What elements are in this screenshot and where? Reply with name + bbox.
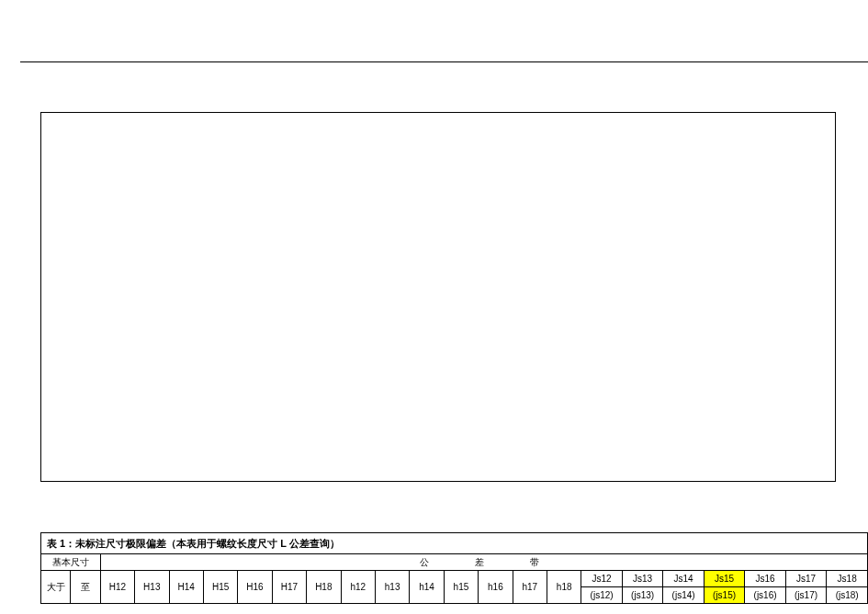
col-h12: h12 <box>341 571 375 604</box>
col-H13: H13 <box>135 571 169 604</box>
col-Js13-top: Js13 <box>622 571 662 587</box>
col-h18: h18 <box>547 571 581 604</box>
col-js16-bot: (js16) <box>745 587 785 604</box>
col-Js15-top: Js15 <box>704 571 744 587</box>
tolerance-band-header: 公 差 带 <box>100 554 867 571</box>
col-js13-bot: (js13) <box>622 587 662 604</box>
tolerance-table: 表 1：未标注尺寸极限偏差（本表用于螺纹长度尺寸 L 公差查询） 基本尺寸 公 … <box>40 532 868 604</box>
col-js12-bot: (js12) <box>581 587 622 604</box>
from-header: 大于 <box>41 571 71 604</box>
figure-placeholder-box <box>40 112 836 482</box>
col-H12: H12 <box>100 571 134 604</box>
table-title-row: 表 1：未标注尺寸极限偏差（本表用于螺纹长度尺寸 L 公差查询） <box>41 533 868 554</box>
table-header-row-1: 基本尺寸 公 差 带 <box>41 554 868 571</box>
col-H16: H16 <box>238 571 272 604</box>
col-js15-bot: (js15) <box>704 587 744 604</box>
col-h17: h17 <box>513 571 547 604</box>
col-Js16-top: Js16 <box>745 571 785 587</box>
table-header-row-2: 大于 至 H12 H13 H14 H15 H16 H17 H18 h12 h13… <box>41 571 868 587</box>
col-h15: h15 <box>444 571 478 604</box>
col-h13: h13 <box>375 571 409 604</box>
col-H18: H18 <box>307 571 341 604</box>
col-js18-bot: (js18) <box>827 587 868 604</box>
col-Js17-top: Js17 <box>785 571 826 587</box>
horizontal-rule <box>20 61 868 62</box>
tolerance-table-wrapper: 表 1：未标注尺寸极限偏差（本表用于螺纹长度尺寸 L 公差查询） 基本尺寸 公 … <box>40 532 868 604</box>
col-h14: h14 <box>410 571 444 604</box>
table-title: 表 1：未标注尺寸极限偏差（本表用于螺纹长度尺寸 L 公差查询） <box>41 533 868 554</box>
col-Js14-top: Js14 <box>663 571 704 587</box>
col-H15: H15 <box>203 571 237 604</box>
col-H14: H14 <box>169 571 203 604</box>
col-js17-bot: (js17) <box>785 587 826 604</box>
basic-size-header: 基本尺寸 <box>41 554 101 571</box>
col-H17: H17 <box>272 571 306 604</box>
col-Js18-top: Js18 <box>827 571 868 587</box>
col-Js12-top: Js12 <box>581 571 622 587</box>
col-js14-bot: (js14) <box>663 587 704 604</box>
col-h16: h16 <box>479 571 513 604</box>
to-header: 至 <box>71 571 100 604</box>
